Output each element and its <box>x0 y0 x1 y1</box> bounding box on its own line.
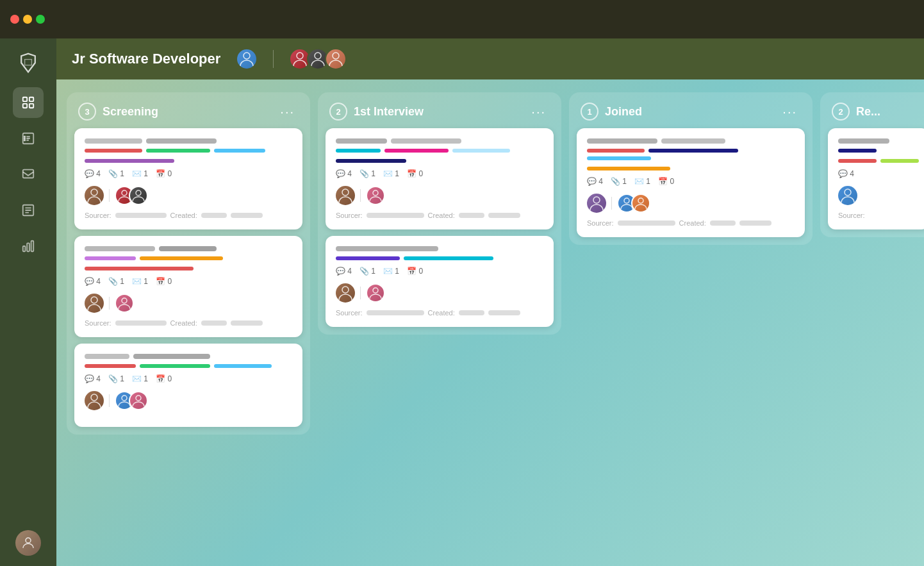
card-avatar-single <box>85 294 104 313</box>
tag-pill <box>587 138 657 144</box>
card-interview-1[interactable]: 💬 4 📎 1 ✉️ 1 📅 0 <box>326 128 554 229</box>
emails-count: ✉️ 1 <box>132 277 148 286</box>
card-meta: 💬 4 📎 1 ✉️ 1 📅 0 <box>85 169 292 178</box>
card-avatar <box>129 391 148 410</box>
card-avatar-single <box>85 391 104 410</box>
column-count-screening: 3 <box>78 103 96 121</box>
created-bar-2 <box>488 213 520 218</box>
bar <box>140 364 210 368</box>
user-avatar[interactable] <box>15 530 41 556</box>
attachments-count: 📎 1 <box>108 169 124 178</box>
svg-point-17 <box>333 53 339 59</box>
column-title-screening: Screening <box>103 105 270 119</box>
bar <box>384 149 449 153</box>
emails-count: ✉️ 1 <box>383 169 399 178</box>
avatar-image <box>15 530 41 556</box>
svg-point-28 <box>342 287 349 293</box>
card-footer <box>336 186 543 205</box>
svg-point-30 <box>593 197 600 203</box>
card-meta: 💬 4 📎 1 ✉️ 1 📅 0 <box>587 177 795 186</box>
column-menu-interview[interactable]: ··· <box>527 103 550 121</box>
created-bar-1 <box>201 213 227 218</box>
traffic-lights <box>10 15 45 24</box>
svg-rect-11 <box>27 243 29 251</box>
attachments-count: 📎 1 <box>359 267 375 276</box>
comments-count: 💬 4 <box>85 374 101 383</box>
card-screening-2[interactable]: 💬 4 📎 1 ✉️ 1 📅 0 <box>74 236 302 337</box>
sidebar-item-messages[interactable] <box>13 159 44 190</box>
card-joined-1[interactable]: 💬 4 📎 1 ✉️ 1 📅 0 <box>577 128 805 237</box>
card-screening-1[interactable]: 💬 4 📎 1 ✉️ 1 📅 0 <box>74 128 302 229</box>
card-interview-2[interactable]: 💬 4 📎 1 ✉️ 1 📅 0 <box>326 236 554 327</box>
column-header-interview: 2 1st Interview ··· <box>318 92 561 128</box>
sidebar-item-list[interactable] <box>13 195 44 226</box>
card-avatar <box>366 283 385 303</box>
kanban-column-interview: 2 1st Interview ··· 💬 4 <box>318 92 561 335</box>
card-avatar <box>631 194 650 213</box>
card-footer <box>838 186 919 205</box>
titlebar <box>0 0 924 38</box>
card-avatars-group <box>115 391 148 410</box>
sidebar-item-analytics[interactable] <box>13 231 44 262</box>
header-avatar-single[interactable] <box>236 48 258 70</box>
divider <box>611 197 612 210</box>
close-button[interactable] <box>10 15 19 24</box>
divider <box>109 297 110 310</box>
column-title-rejected: Re... <box>856 105 924 119</box>
card-avatars-group <box>366 283 385 303</box>
created-bar-1 <box>201 320 227 326</box>
column-menu-joined[interactable]: ··· <box>779 103 801 121</box>
bar <box>85 149 142 153</box>
sidebar-item-reports[interactable] <box>13 123 44 154</box>
bar <box>587 167 670 171</box>
comments-count: 💬 4 <box>85 277 101 286</box>
card-tags <box>336 138 543 144</box>
avatar-3[interactable] <box>325 48 347 70</box>
emails-count: ✉️ 1 <box>132 374 148 383</box>
bar <box>336 256 400 260</box>
kanban-column-screening: 3 Screening ··· 💬 4 <box>67 92 310 435</box>
maximize-button[interactable] <box>36 15 45 24</box>
sidebar-item-board[interactable] <box>13 87 44 118</box>
column-count-rejected: 2 <box>832 103 850 121</box>
bar <box>880 159 919 163</box>
comments-count: 💬 4 <box>336 169 352 178</box>
comments-count: 💬 4 <box>85 169 101 178</box>
card-footer <box>336 283 543 303</box>
card-bars-2 <box>336 159 543 163</box>
card-tags <box>838 138 919 144</box>
card-avatars-group <box>617 194 650 213</box>
created-bar-2 <box>231 213 263 218</box>
tag-pill <box>85 354 129 359</box>
svg-point-13 <box>26 538 31 543</box>
minimize-button[interactable] <box>23 15 32 24</box>
card-rejected-1[interactable]: 💬 4 Sourcer: <box>828 128 924 229</box>
bar <box>587 149 645 153</box>
bar <box>146 149 210 153</box>
svg-rect-2 <box>23 104 27 108</box>
card-bars <box>838 149 919 153</box>
card-avatar-single <box>838 186 857 205</box>
svg-point-32 <box>638 198 643 203</box>
card-avatar-single <box>587 194 606 213</box>
card-avatar <box>366 186 385 205</box>
svg-point-7 <box>24 140 26 141</box>
column-menu-screening[interactable]: ··· <box>276 103 299 121</box>
kanban-board: 3 Screening ··· 💬 4 <box>56 79 924 566</box>
svg-point-18 <box>91 189 97 196</box>
card-screening-3[interactable]: 💬 4 📎 1 ✉️ 1 📅 0 <box>74 344 302 427</box>
tasks-count: 📅 0 <box>407 169 423 178</box>
bar <box>648 149 738 153</box>
kanban-column-joined: 1 Joined ··· 💬 4 <box>569 92 813 245</box>
bar <box>587 156 651 160</box>
sourcer-bar <box>367 213 424 218</box>
column-cards-rejected: 💬 4 Sourcer: <box>820 128 924 237</box>
sidebar <box>0 38 56 566</box>
card-meta: 💬 4 📎 1 ✉️ 1 📅 0 <box>336 169 543 178</box>
header-divider <box>273 50 274 68</box>
column-count-joined: 1 <box>581 103 598 121</box>
column-cards-screening: 💬 4 📎 1 ✉️ 1 📅 0 <box>67 128 310 435</box>
page-title: Jr Software Developer <box>72 51 220 67</box>
svg-rect-3 <box>29 104 33 108</box>
svg-point-26 <box>342 189 349 196</box>
